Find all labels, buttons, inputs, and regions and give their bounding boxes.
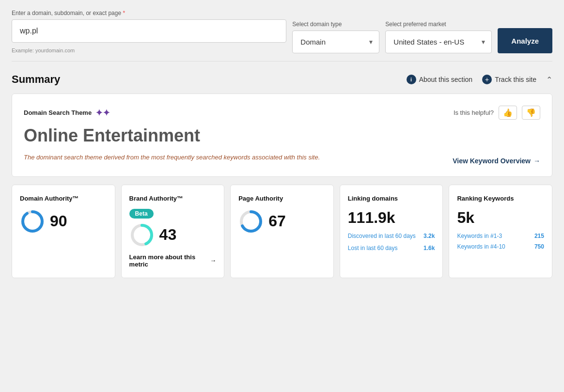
domain-type-label: Select domain type [292, 21, 379, 28]
domain-authority-donut [20, 209, 45, 234]
kw1-3-value: 215 [534, 233, 544, 239]
brand-authority-value: 43 [159, 226, 177, 244]
learn-more-label: Learn more about this metric [129, 253, 207, 268]
section-actions: i About this section + Track this site ⌃ [407, 75, 552, 84]
market-field-group: Select preferred market United States - … [385, 21, 492, 53]
lost-label: Lost in last 60 days [348, 245, 420, 252]
market-select-wrapper: United States - en-US United Kingdom - e… [385, 31, 492, 53]
domain-authority-card: Domain Authority™ 90 [12, 185, 115, 278]
ranking-keywords-label: Ranking Keywords [457, 195, 544, 203]
beta-badge: Beta [129, 209, 154, 219]
plus-icon: + [482, 75, 492, 84]
sparkle-icon: ✦✦ [95, 108, 110, 118]
kw1-3-label: Keywords in #1-3 [457, 233, 502, 239]
svg-point-1 [23, 212, 42, 231]
page-authority-card: Page Authority 67 [230, 185, 334, 278]
theme-description: The dominant search theme derived from t… [24, 154, 320, 161]
track-site-link[interactable]: + Track this site [482, 75, 536, 84]
brand-authority-label: Brand Authority™ [129, 195, 217, 203]
linking-domains-value: 111.9k [348, 209, 435, 227]
page-wrapper: Enter a domain, subdomain, or exact page… [0, 0, 564, 392]
learn-more-link[interactable]: Learn more about this metric → [129, 253, 217, 268]
brand-authority-value-row: 43 [129, 222, 217, 248]
summary-title: Summary [12, 73, 60, 86]
discovered-value: 3.2k [423, 233, 435, 239]
discovered-metric: Discovered in last 60 days 3.2k [348, 233, 435, 240]
discovered-label: Discovered in last 60 days [348, 233, 420, 240]
thumbs-down-button[interactable]: 👎 [522, 106, 540, 120]
domain-example: Example: yourdomain.com [12, 47, 286, 53]
search-section: Enter a domain, subdomain, or exact page… [12, 10, 552, 62]
info-icon: i [407, 75, 416, 84]
domain-authority-value-row: 90 [20, 209, 107, 234]
view-keyword-label: View Keyword Overview [453, 157, 531, 165]
theme-title: Online Entertainment [24, 125, 540, 146]
helpful-row: Is this helpful? 👍 👎 [454, 106, 540, 120]
ranking-keywords-value: 5k [457, 209, 544, 227]
domain-authority-label: Domain Authority™ [20, 195, 107, 203]
helpful-label: Is this helpful? [454, 109, 494, 116]
domain-authority-value: 90 [50, 212, 67, 230]
card-top-row: Domain Search Theme ✦✦ Is this helpful? … [24, 106, 540, 120]
track-site-label: Track this site [495, 76, 536, 83]
domain-input[interactable] [12, 19, 286, 43]
domain-type-select-wrapper: Domain Subdomain Exact Page ▼ [292, 31, 379, 53]
required-marker: * [121, 10, 125, 16]
theme-label-text: Domain Search Theme [24, 109, 92, 116]
ranking-keywords-card: Ranking Keywords 5k Keywords in #1-3 215… [449, 185, 552, 278]
market-select[interactable]: United States - en-US United Kingdom - e… [385, 31, 492, 53]
kw4-10-row: Keywords in #4-10 750 [457, 243, 544, 250]
kw1-3-row: Keywords in #1-3 215 [457, 233, 544, 239]
thumbs-up-button[interactable]: 👍 [499, 106, 517, 120]
about-section-link[interactable]: i About this section [407, 75, 473, 84]
domain-field-group: Enter a domain, subdomain, or exact page… [12, 10, 286, 53]
domain-theme-card: Domain Search Theme ✦✦ Is this helpful? … [12, 94, 552, 177]
lost-metric: Lost in last 60 days 1.6k [348, 245, 435, 252]
page-authority-label: Page Authority [238, 195, 326, 203]
search-row: Enter a domain, subdomain, or exact page… [12, 10, 552, 53]
kw4-10-value: 750 [534, 243, 544, 250]
brand-authority-donut [129, 222, 155, 248]
theme-label-row: Domain Search Theme ✦✦ [24, 108, 110, 118]
view-keyword-link[interactable]: View Keyword Overview → [453, 157, 540, 165]
domain-type-field-group: Select domain type Domain Subdomain Exac… [292, 21, 379, 53]
about-section-label: About this section [419, 76, 473, 83]
domain-type-select[interactable]: Domain Subdomain Exact Page [292, 31, 379, 53]
page-authority-donut [238, 209, 264, 234]
lost-value: 1.6k [423, 245, 435, 251]
domain-label: Enter a domain, subdomain, or exact page… [12, 10, 286, 16]
learn-more-arrow-icon: → [210, 257, 216, 264]
linking-domains-card: Linking domains 111.9k Discovered in las… [340, 185, 443, 278]
collapse-icon[interactable]: ⌃ [546, 75, 552, 84]
market-label: Select preferred market [385, 21, 492, 28]
kw4-10-label: Keywords in #4-10 [457, 243, 505, 250]
linking-domains-label: Linking domains [348, 195, 435, 203]
summary-header: Summary i About this section + Track thi… [12, 73, 552, 86]
analyze-button[interactable]: Analyze [498, 28, 552, 53]
metrics-row: Domain Authority™ 90 Brand Authority™ Be… [12, 185, 552, 278]
page-authority-value: 67 [268, 212, 286, 230]
keywords-sub: Keywords in #1-3 215 Keywords in #4-10 7… [457, 233, 544, 250]
page-authority-value-row: 67 [238, 209, 326, 234]
brand-authority-card: Brand Authority™ Beta 43 Learn more abou… [121, 185, 225, 278]
view-keyword-arrow-icon: → [533, 157, 540, 165]
